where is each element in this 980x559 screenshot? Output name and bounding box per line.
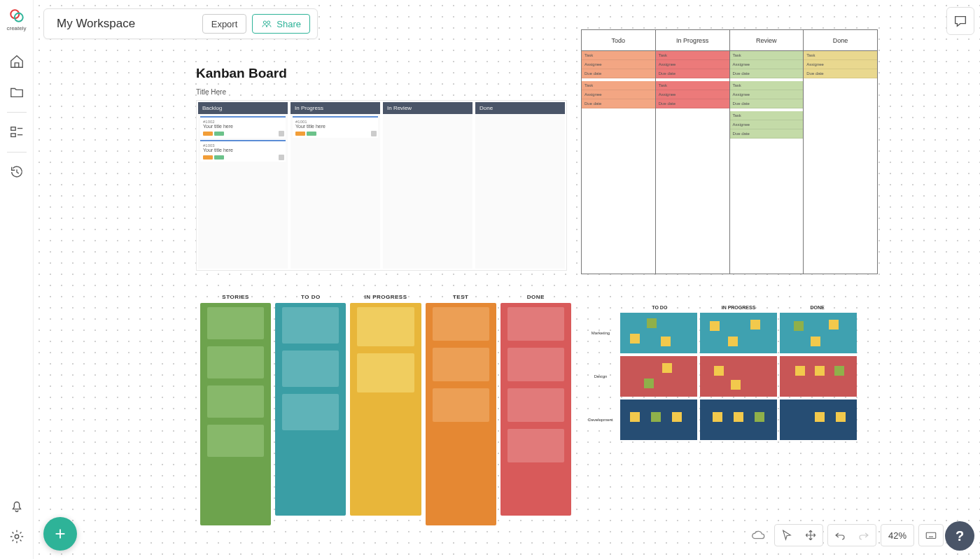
column-header: Backlog [198, 102, 288, 114]
table-row: Task [656, 51, 729, 60]
undo-button[interactable] [828, 524, 852, 546]
redo-button[interactable] [852, 524, 876, 546]
card-block [507, 388, 564, 422]
table-row: Assignee [730, 90, 804, 99]
kanban-card[interactable]: #1003 Your title here [200, 140, 286, 162]
swimlane-row: Marketing [581, 313, 857, 353]
swimlane-cell [620, 313, 697, 353]
kanban-template-colored[interactable]: STORIES TO DO IN PROGRESS TEST DONE [200, 294, 571, 525]
column-header: DONE [778, 305, 857, 310]
tag-icon [295, 132, 305, 136]
divider [7, 112, 27, 113]
swimlane-cell [700, 356, 777, 397]
column-header: In Progress [290, 102, 380, 114]
sticky-note-icon [811, 337, 820, 346]
sticky-note-icon [714, 366, 724, 376]
kanban-template-swimlane[interactable]: TO DO IN PROGRESS DONE Marketing Design … [581, 305, 857, 443]
app-logo[interactable]: creately [3, 6, 31, 34]
tag-icon [203, 132, 213, 136]
column-header: Review [730, 30, 804, 51]
export-button[interactable]: Export [202, 14, 247, 34]
people-icon [261, 18, 272, 29]
sync-status[interactable] [746, 524, 770, 546]
column-stories [200, 303, 271, 525]
history-button[interactable] [0, 157, 34, 187]
pan-tool[interactable] [799, 524, 822, 546]
chat-icon [953, 13, 968, 29]
settings-button[interactable] [0, 521, 34, 552]
row-label: Development [581, 418, 620, 422]
table-column-done: Done Task Assignee Due date [804, 30, 877, 274]
table-row: Due date [656, 99, 729, 108]
table-row: Task [582, 51, 655, 60]
table-row: Assignee [582, 90, 655, 99]
home-icon [9, 54, 24, 69]
sticky-note-icon [836, 412, 846, 422]
column-header: DONE [500, 294, 571, 300]
workspace-title[interactable]: My Workspace [57, 17, 197, 31]
sticky-note-icon [815, 412, 825, 422]
tag-icon [214, 132, 224, 136]
sticky-note-icon [815, 366, 825, 376]
card-block [433, 348, 489, 381]
shapes-button[interactable] [0, 117, 34, 148]
row-label: Design [581, 374, 620, 378]
left-sidebar: creately [0, 0, 34, 559]
kanban-card[interactable]: #1001 Your title here [293, 116, 378, 138]
card-title: Your title here [203, 124, 283, 129]
help-button[interactable]: ? [945, 521, 974, 551]
history-icon [9, 164, 24, 180]
folder-icon [9, 85, 24, 100]
bell-icon [9, 498, 24, 514]
table-column-progress: In Progress Task Assignee Due date Task … [656, 30, 730, 274]
sticky-note-icon [834, 366, 844, 376]
sticky-note-icon [731, 380, 741, 390]
home-button[interactable] [0, 46, 34, 77]
sticky-note-icon [713, 412, 722, 422]
table-row: Assignee [730, 60, 804, 69]
folder-button[interactable] [0, 77, 34, 108]
chat-button[interactable] [946, 7, 974, 35]
sticky-note-icon [794, 321, 804, 331]
table-row: Assignee [730, 120, 804, 129]
table-row: Assignee [582, 60, 655, 69]
add-button[interactable] [43, 517, 77, 551]
card-block [507, 348, 564, 381]
zoom-level[interactable]: 42% [881, 524, 914, 546]
card-block [282, 307, 339, 344]
move-icon [804, 529, 817, 542]
swimlane-cell [620, 399, 697, 440]
table-row: Due date [582, 69, 655, 78]
column-header: STORIES [200, 294, 271, 300]
kanban-column-backlog: Backlog #1002 Your title here #1003 Your… [198, 102, 288, 269]
share-button[interactable]: Share [252, 14, 310, 34]
keyboard-group [918, 524, 944, 546]
sticky-note-icon [750, 320, 760, 330]
sticky-note-icon [662, 363, 672, 373]
svg-rect-11 [926, 532, 936, 538]
card-block [207, 346, 264, 378]
column-headers: TO DO IN PROGRESS DONE [620, 305, 857, 313]
table-row: Due date [730, 69, 804, 78]
sticky-note-icon [661, 337, 671, 346]
kanban-template-table[interactable]: Todo Task Assignee Due date Task Assigne… [581, 29, 878, 274]
card-block [207, 385, 264, 418]
shapes-icon [9, 125, 24, 140]
swimlane-cell [620, 356, 697, 397]
table-row: Task [582, 81, 655, 90]
canvas[interactable]: Kanban Board Title Here Backlog #1002 Yo… [34, 0, 980, 559]
kanban-template-detailed[interactable]: Kanban Board Title Here Backlog #1002 Yo… [196, 66, 567, 271]
kanban-card[interactable]: #1002 Your title here [200, 116, 286, 138]
sticky-note-icon [647, 318, 657, 328]
undo-icon [834, 529, 846, 542]
keyboard-button[interactable] [919, 524, 943, 546]
pointer-tool[interactable] [775, 524, 799, 546]
notifications-button[interactable] [0, 490, 34, 521]
tag-icon [214, 155, 224, 160]
template-subtitle: Title Here [196, 88, 567, 96]
table-row: Task [804, 51, 877, 60]
history-group [827, 524, 876, 546]
card-block [357, 353, 414, 392]
tool-group [774, 524, 823, 546]
bottom-toolbar: 42% [746, 524, 944, 546]
